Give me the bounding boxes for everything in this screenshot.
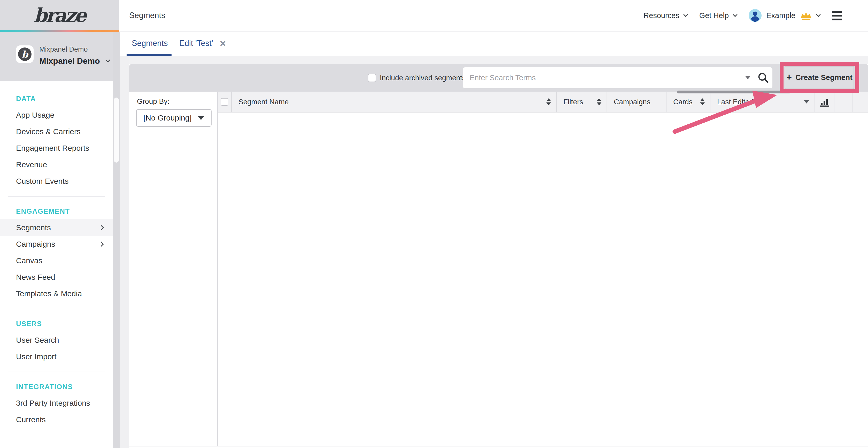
sidebar-item-label: Templates & Media: [16, 289, 82, 298]
sidebar-item-revenue[interactable]: Revenue: [0, 157, 113, 173]
header-cell-segment-name[interactable]: Segment Name: [232, 92, 557, 112]
column-label: Segment Name: [239, 98, 289, 106]
sidebar-item-label: Currents: [16, 415, 46, 424]
crown-icon: [800, 10, 812, 21]
sidebar-gap: [113, 32, 120, 448]
workspace-avatar: b: [16, 45, 34, 63]
header-cell-chart[interactable]: [815, 92, 834, 112]
user-name: Example: [766, 11, 796, 20]
topbar: Segments Resources Get Help Example: [119, 0, 868, 32]
tabs-bar: Segments Edit 'Test' ×: [120, 33, 868, 56]
chevron-right-icon: [99, 225, 104, 230]
sidebar-divider: [8, 196, 105, 197]
search-input[interactable]: [463, 67, 772, 88]
header-cell-cards[interactable]: Cards: [666, 92, 710, 112]
include-archived-label: Include archived segments: [380, 64, 466, 92]
topbar-menus: Resources Get Help Example: [644, 0, 842, 31]
sidebar-item-canvas[interactable]: Canvas: [0, 252, 113, 269]
brand-header: braze: [0, 0, 119, 32]
sidebar-item-campaigns[interactable]: Campaigns: [0, 236, 113, 252]
get-help-menu[interactable]: Get Help: [699, 11, 737, 20]
column-label: Cards: [673, 98, 692, 106]
page-title: Segments: [129, 0, 165, 31]
content-bottom-border: [129, 446, 868, 446]
sidebar-item-templates-media[interactable]: Templates & Media: [0, 285, 113, 302]
braze-logo: braze: [34, 4, 85, 26]
sidebar-item-user-search[interactable]: User Search: [0, 332, 113, 348]
sidebar-item-label: Campaigns: [16, 240, 55, 248]
sidebar-item-app-usage[interactable]: App Usage: [0, 107, 113, 123]
sidebar-section-integrations: INTEGRATIONS: [0, 379, 113, 395]
sidebar-item-segments[interactable]: Segments: [0, 219, 113, 236]
table-body: [218, 113, 868, 446]
sidebar: DATA App Usage Devices & Carriers Engage…: [0, 81, 113, 448]
header-cell-actions: [834, 92, 853, 112]
sidebar-item-label: App Usage: [16, 111, 54, 119]
include-archived-checkbox[interactable]: [368, 74, 376, 82]
sidebar-divider: [8, 372, 105, 372]
group-by-dropdown[interactable]: [No Grouping]: [136, 109, 212, 127]
sidebar-item-custom-events[interactable]: Custom Events: [0, 173, 113, 189]
column-label: Filters: [563, 98, 583, 106]
close-icon[interactable]: ×: [220, 38, 226, 48]
header-cell-last-edited[interactable]: Last Edited: [710, 92, 815, 112]
sidebar-item-label: User Search: [16, 336, 59, 345]
workspace-avatar-letter: b: [18, 47, 32, 61]
sidebar-section-data: DATA: [0, 91, 113, 107]
chevron-down-icon: [683, 12, 688, 17]
column-label: Campaigns: [614, 98, 650, 106]
segments-toolbar: Include archived segments + Create Segme…: [129, 64, 868, 92]
sidebar-item-label: Canvas: [16, 256, 42, 265]
workspace-selector[interactable]: Mixpanel Demo: [39, 56, 110, 66]
braze-dashboard: braze Segments Resources Get Help Exampl…: [0, 0, 868, 448]
sidebar-item-label: Segments: [16, 223, 51, 232]
sidebar-item-news-feed[interactable]: News Feed: [0, 269, 113, 285]
chevron-down-icon: [105, 58, 110, 62]
dropdown-caret-icon[interactable]: [804, 100, 809, 103]
sidebar-item-label: User Import: [16, 352, 57, 361]
sidebar-item-label: Devices & Carriers: [16, 127, 81, 136]
search-icon[interactable]: [757, 71, 769, 84]
chevron-down-icon: [733, 12, 737, 17]
sort-icon[interactable]: [597, 98, 601, 105]
table-right-border: [853, 113, 853, 446]
sort-icon[interactable]: [700, 98, 705, 105]
resources-menu[interactable]: Resources: [644, 11, 687, 20]
chevron-right-icon: [99, 242, 104, 247]
sidebar-item-label: News Feed: [16, 273, 55, 281]
resources-label: Resources: [644, 11, 679, 20]
sidebar-item-label: Custom Events: [16, 177, 68, 185]
get-help-label: Get Help: [699, 11, 729, 20]
sidebar-item-currents[interactable]: Currents: [0, 411, 113, 428]
horizontal-scrollbar[interactable]: [677, 91, 790, 94]
sidebar-item-devices-carriers[interactable]: Devices & Carriers: [0, 123, 113, 140]
sidebar-item-label: Engagement Reports: [16, 144, 89, 152]
chevron-down-icon: [816, 12, 820, 17]
search-dropdown-caret-icon[interactable]: [745, 76, 751, 79]
bar-chart-icon: [818, 96, 831, 108]
sidebar-item-engagement-reports[interactable]: Engagement Reports: [0, 140, 113, 157]
content-spacer-band: [129, 56, 868, 64]
group-by-value: [No Grouping]: [144, 113, 192, 122]
sidebar-scrollbar[interactable]: [114, 98, 119, 163]
sort-icon[interactable]: [547, 98, 551, 105]
header-cell-filters[interactable]: Filters: [557, 92, 607, 112]
sidebar-item-user-import[interactable]: User Import: [0, 348, 113, 365]
group-by-panel: Group By: [No Grouping]: [129, 92, 218, 446]
tab-segments[interactable]: Segments: [132, 33, 168, 54]
header-cell-select: [218, 92, 232, 112]
sidebar-item-3rd-party-integrations[interactable]: 3rd Party Integrations: [0, 395, 113, 411]
table-header: Segment Name Filters Campaigns Cards Las…: [218, 92, 868, 112]
hamburger-menu-icon[interactable]: [832, 11, 842, 21]
header-filler: [853, 92, 868, 112]
workspace-account-label: Mixpanel Demo: [39, 45, 88, 54]
annotation-highlight-box: [780, 62, 859, 93]
select-all-checkbox[interactable]: [221, 98, 228, 106]
brand-gradient-divider: [0, 30, 119, 32]
user-menu[interactable]: Example: [749, 9, 820, 22]
content-gutter: [120, 56, 129, 448]
active-tab-underline: [127, 54, 172, 56]
tab-edit-test[interactable]: Edit 'Test' ×: [179, 33, 226, 54]
user-avatar-icon: [749, 9, 762, 22]
workspace-name: Mixpanel Demo: [39, 56, 100, 66]
